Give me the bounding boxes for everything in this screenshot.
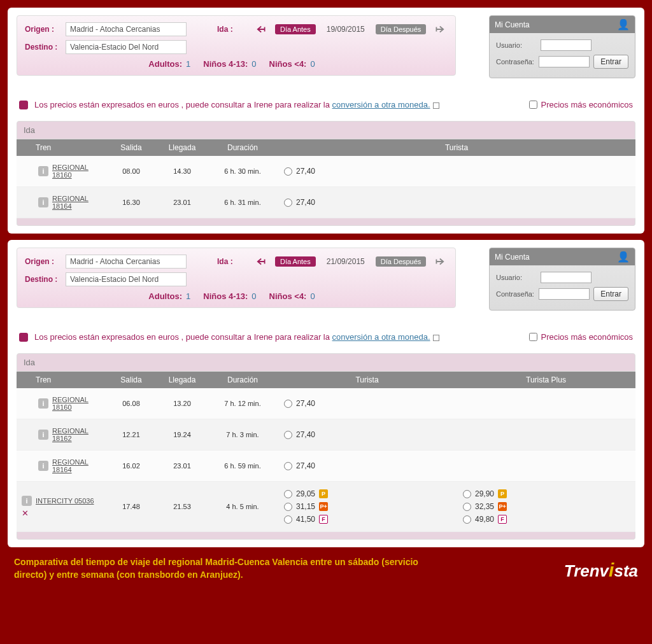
col-duracion: Duración [208,375,278,384]
arrow-forward-icon[interactable] [433,257,444,266]
arrival-time: 19.24 [157,431,208,438]
train-link[interactable]: REGIONAL 18164 [52,195,106,210]
arrival-time: 21.53 [157,503,208,510]
fare-option[interactable]: 27,40 [284,167,635,176]
contrasena-input[interactable] [539,288,590,300]
ida-section-header: Ida [17,353,635,372]
train-link[interactable]: INTERCITY 05036 [36,497,94,505]
fare-radio[interactable] [284,199,292,207]
user-icon: 👤 [617,18,630,31]
brand-logo: Trenvista [564,559,638,581]
fare-radio[interactable] [463,490,471,498]
usuario-input[interactable] [541,272,592,283]
info-icon[interactable]: i [38,197,48,207]
notice-text: Los precios están expresados en euros , … [34,332,439,342]
ida-section-header: Ida [17,121,635,139]
conversion-link[interactable]: conversión a otra moneda. [332,100,430,109]
fare-option[interactable]: 27,40 [284,399,457,408]
dia-despues-button[interactable]: Día Después [376,24,427,34]
arrival-time: 14.30 [157,167,208,175]
usuario-input[interactable] [541,39,592,51]
info-icon[interactable]: i [38,430,48,440]
origen-label: Origen : [25,257,60,266]
col-duracion: Duración [208,143,278,152]
fare-option[interactable]: 31,15P+ [284,502,457,511]
contrasena-input[interactable] [539,56,590,67]
fare-radio[interactable] [284,503,292,511]
fare-radio[interactable] [463,503,471,511]
search-box: Origen : Ida : Día Antes 21/09/2015 Día … [17,248,456,308]
conversion-link[interactable]: conversión a otra moneda. [332,332,430,342]
fare-option[interactable]: 49,80F [463,515,635,524]
arrival-time: 23.01 [157,462,208,470]
contrasena-label: Contraseña: [496,58,535,66]
economicos-check[interactable]: Precios más económicos [529,100,634,109]
fare-radio[interactable] [463,515,471,524]
col-tren: Tren [17,375,106,384]
train-link[interactable]: REGIONAL 18162 [52,427,106,442]
contrasena-label: Contraseña: [496,290,535,298]
destino-input[interactable] [66,40,187,54]
fare-price: 29,05 [296,489,315,498]
col-llegada: Llegada [157,143,208,152]
entrar-button[interactable]: Entrar [593,287,628,301]
origen-input[interactable] [66,22,187,36]
ida-label: Ida : [217,257,239,266]
ninos413-val: 0 [252,291,256,301]
col-tren: Tren [17,143,106,152]
origen-input[interactable] [66,255,187,269]
fare-radio[interactable] [284,431,292,439]
train-link[interactable]: REGIONAL 18160 [52,396,106,411]
fare-option[interactable]: 41,50F [284,515,457,524]
train-row: iREGIONAL 18164 16.30 23.01 6 h. 31 min.… [17,187,635,218]
fare-radio[interactable] [284,400,292,408]
arrow-back-icon[interactable] [257,257,268,266]
arrow-back-icon[interactable] [257,25,268,34]
adultos-val: 1 [186,291,190,301]
fare-option[interactable]: 27,40 [284,461,457,470]
usuario-label: Usuario: [496,274,537,281]
economicos-label: Precios más económicos [541,332,634,342]
fare-option[interactable]: 27,40 [284,198,635,207]
fare-radio[interactable] [284,167,292,176]
fare-option[interactable]: 29,90P [463,489,635,498]
info-icon[interactable]: i [38,398,48,409]
account-title: Mi Cuenta [495,253,530,262]
train-link[interactable]: REGIONAL 18160 [52,164,106,179]
dia-antes-button[interactable]: Día Antes [275,24,316,34]
dia-antes-button[interactable]: Día Antes [275,256,316,267]
fare-option[interactable]: 32,35P+ [463,502,635,511]
info-icon[interactable]: i [22,496,32,506]
departure-time: 17.48 [106,503,157,510]
fare-option[interactable]: 27,40 [284,430,457,439]
info-icon[interactable]: i [38,166,48,176]
fare-price: 29,90 [475,489,494,498]
arrival-time: 23.01 [157,199,208,206]
economicos-check[interactable]: Precios más económicos [529,332,634,342]
fare-radio[interactable] [284,490,292,498]
arrow-forward-icon[interactable] [433,25,444,34]
train-link[interactable]: REGIONAL 18164 [52,458,106,473]
grid-header: Tren Salida Llegada Duración Turista [17,139,635,156]
destino-input[interactable] [66,272,187,286]
info-icon[interactable]: i [38,461,48,471]
economicos-checkbox[interactable] [529,333,537,341]
ninos4-val: 0 [310,291,315,301]
fare-radio[interactable] [284,462,292,470]
caption-text: Comparativa del tiempo de viaje del regi… [14,556,447,581]
grid-header: Tren Salida Llegada Duración Turista Tur… [17,372,635,388]
notice-text: Los precios están expresados en euros , … [34,100,439,109]
departure-time: 06.08 [106,400,157,407]
train-row: iREGIONAL 18160 08.00 14.30 6 h. 30 min.… [17,156,635,187]
fare-badge-f: F [498,515,507,524]
fare-option[interactable]: 29,05P [284,489,457,498]
origen-label: Origen : [25,25,60,34]
fare-price: 27,40 [296,461,315,470]
dia-despues-button[interactable]: Día Después [376,256,427,267]
col-turista: Turista [278,375,457,384]
fare-radio[interactable] [284,515,292,524]
user-icon: 👤 [617,251,630,263]
economicos-checkbox[interactable] [529,101,537,109]
entrar-button[interactable]: Entrar [593,55,628,69]
adultos-label: Adultos: [148,291,182,301]
